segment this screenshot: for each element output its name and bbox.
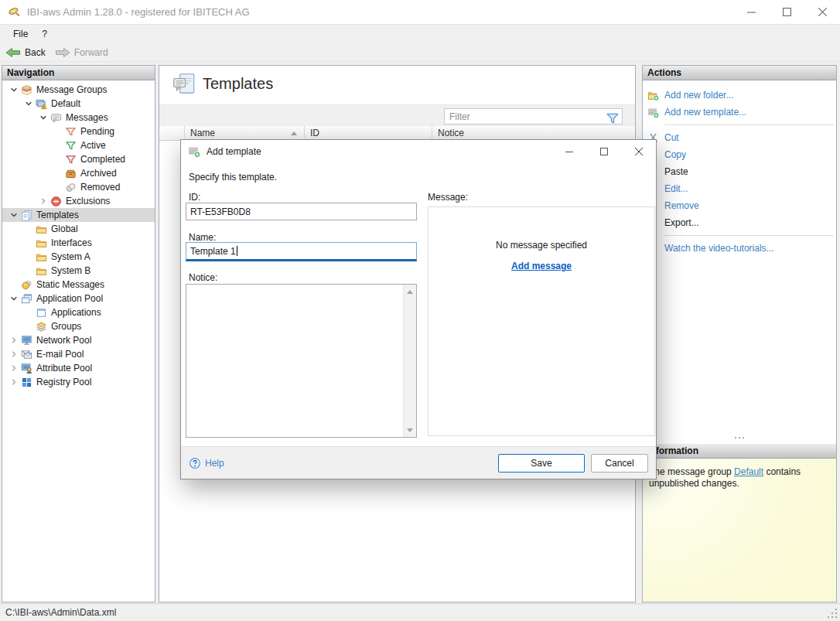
close-button[interactable] bbox=[804, 0, 840, 24]
menu-item-[interactable]: ? bbox=[35, 26, 54, 42]
expander-spacer bbox=[22, 223, 35, 235]
chevron-down-icon[interactable] bbox=[36, 111, 50, 124]
tree-item-system-a[interactable]: System A bbox=[2, 250, 155, 264]
menubar: File? bbox=[0, 25, 840, 43]
action-cut[interactable]: Cut bbox=[643, 129, 836, 146]
panel-splitter[interactable] bbox=[643, 434, 836, 442]
default-group-link[interactable]: Default bbox=[734, 466, 763, 477]
tree-item-archived[interactable]: Archived bbox=[2, 166, 155, 180]
chevron-down-icon[interactable] bbox=[7, 84, 20, 96]
id-input[interactable] bbox=[186, 203, 417, 220]
add-template-icon bbox=[647, 106, 660, 118]
tree-item-messages[interactable]: Messages bbox=[2, 111, 155, 125]
archive-icon bbox=[64, 167, 77, 179]
window-controls bbox=[733, 0, 840, 24]
tree-item-completed[interactable]: Completed bbox=[2, 152, 155, 166]
chevron-right-icon[interactable] bbox=[7, 348, 20, 360]
tree-item-active[interactable]: Active bbox=[2, 138, 155, 152]
messages-icon bbox=[50, 111, 63, 124]
tree-item-label: Network Pool bbox=[36, 335, 94, 346]
tree-item-templates[interactable]: Templates bbox=[2, 208, 155, 222]
name-input[interactable]: Template 1 bbox=[186, 242, 417, 261]
dialog-titlebar: Add template bbox=[181, 140, 656, 163]
name-label: Name: bbox=[189, 232, 216, 243]
chevron-right-icon[interactable] bbox=[7, 376, 20, 388]
expander-spacer bbox=[51, 153, 64, 165]
dialog-close-button[interactable] bbox=[621, 140, 656, 163]
tree-item-label: Active bbox=[80, 140, 109, 151]
scroll-down-button[interactable] bbox=[404, 424, 416, 436]
minimize-button[interactable] bbox=[733, 0, 769, 24]
action-export[interactable]: Export... bbox=[643, 214, 836, 231]
resize-grip[interactable] bbox=[828, 609, 838, 619]
chevron-right-icon[interactable] bbox=[7, 362, 20, 374]
action-remove[interactable]: Remove bbox=[643, 197, 836, 214]
scroll-down-icon bbox=[407, 428, 413, 432]
filter-funnel-icon[interactable] bbox=[605, 111, 620, 123]
dialog-minimize-button[interactable] bbox=[551, 140, 586, 163]
column-id[interactable]: ID bbox=[305, 126, 432, 140]
expander-spacer bbox=[51, 167, 64, 179]
statusbar: C:\IBI-aws\Admin\Data.xml bbox=[0, 603, 840, 621]
forward-label: Forward bbox=[74, 47, 108, 58]
column-notice[interactable]: Notice bbox=[432, 126, 635, 140]
maximize-button[interactable] bbox=[769, 0, 804, 24]
tree-item-interfaces[interactable]: Interfaces bbox=[2, 236, 155, 250]
chevron-down-icon[interactable] bbox=[22, 97, 35, 110]
action-edit[interactable]: Edit... bbox=[643, 180, 836, 197]
tree-item-global[interactable]: Global bbox=[2, 222, 155, 236]
funnel-green-icon bbox=[64, 139, 77, 152]
column-icon[interactable] bbox=[159, 126, 185, 140]
action-paste[interactable]: Paste bbox=[643, 163, 836, 180]
tree-item-removed[interactable]: Removed bbox=[2, 180, 155, 194]
expander-spacer bbox=[51, 181, 64, 193]
action-copy[interactable]: Copy bbox=[643, 146, 836, 163]
tree-item-attribute-pool[interactable]: Attribute Pool bbox=[2, 361, 155, 375]
scroll-up-icon bbox=[407, 290, 413, 294]
tree-item-label: Message Groups bbox=[36, 84, 110, 95]
tree-item-label: Messages bbox=[66, 112, 111, 123]
column-name[interactable]: Name bbox=[185, 126, 305, 140]
tree-item-label: Groups bbox=[51, 321, 84, 332]
chevron-right-icon[interactable] bbox=[36, 195, 50, 207]
tree-item-system-b[interactable]: System B bbox=[2, 264, 155, 278]
expander-spacer bbox=[7, 278, 20, 291]
actions-list: Add new folder...Add new template...CutC… bbox=[643, 80, 836, 257]
tree-item-static-messages[interactable]: Static Messages bbox=[2, 278, 155, 292]
filter-input[interactable] bbox=[445, 111, 605, 122]
tree-item-exclusions[interactable]: Exclusions bbox=[2, 194, 155, 208]
information-body: The message group Default contains unpub… bbox=[643, 459, 836, 602]
cancel-button[interactable]: Cancel bbox=[591, 454, 648, 473]
back-button[interactable]: Back bbox=[5, 46, 46, 59]
expander-spacer bbox=[22, 251, 35, 263]
chevron-down-icon[interactable] bbox=[7, 209, 20, 221]
tree-item-network-pool[interactable]: Network Pool bbox=[2, 333, 155, 347]
action-watch-the-video-tutorials[interactable]: Watch the video-tutorials... bbox=[643, 240, 836, 257]
tree-item-message-groups[interactable]: Message Groups bbox=[2, 83, 155, 97]
action-add-new-template[interactable]: Add new template... bbox=[643, 104, 836, 121]
chevron-right-icon[interactable] bbox=[7, 334, 20, 346]
tree-item-pending[interactable]: Pending bbox=[2, 125, 155, 138]
scroll-up-button[interactable] bbox=[404, 285, 416, 298]
action-add-new-folder[interactable]: Add new folder... bbox=[643, 87, 836, 104]
help-link[interactable]: Help bbox=[189, 457, 224, 469]
save-button[interactable]: Save bbox=[498, 454, 585, 473]
tree-item-application-pool[interactable]: Application Pool bbox=[2, 292, 155, 305]
notice-textarea[interactable] bbox=[186, 284, 417, 438]
chevron-down-icon[interactable] bbox=[7, 292, 20, 305]
tree-item-applications[interactable]: Applications bbox=[2, 305, 155, 319]
add-template-dialog: Add template Specify this template. ID: … bbox=[180, 139, 657, 479]
name-value: Template 1 bbox=[190, 246, 236, 257]
menu-item-file[interactable]: File bbox=[6, 26, 35, 42]
tree-item-e-mail-pool[interactable]: E-mail Pool bbox=[2, 347, 155, 361]
dialog-maximize-button[interactable] bbox=[586, 140, 621, 163]
toolbar: Back Forward bbox=[0, 43, 840, 62]
tree-item-groups[interactable]: Groups bbox=[2, 319, 155, 333]
scrollbar[interactable] bbox=[403, 285, 416, 437]
tree-item-registry-pool[interactable]: Registry Pool bbox=[2, 375, 155, 389]
forward-button[interactable]: Forward bbox=[55, 46, 108, 59]
actions-separator bbox=[664, 235, 834, 236]
tree-item-default[interactable]: Default bbox=[2, 97, 155, 111]
add-message-link[interactable]: Add message bbox=[511, 261, 572, 271]
action-label: Paste bbox=[664, 166, 688, 177]
